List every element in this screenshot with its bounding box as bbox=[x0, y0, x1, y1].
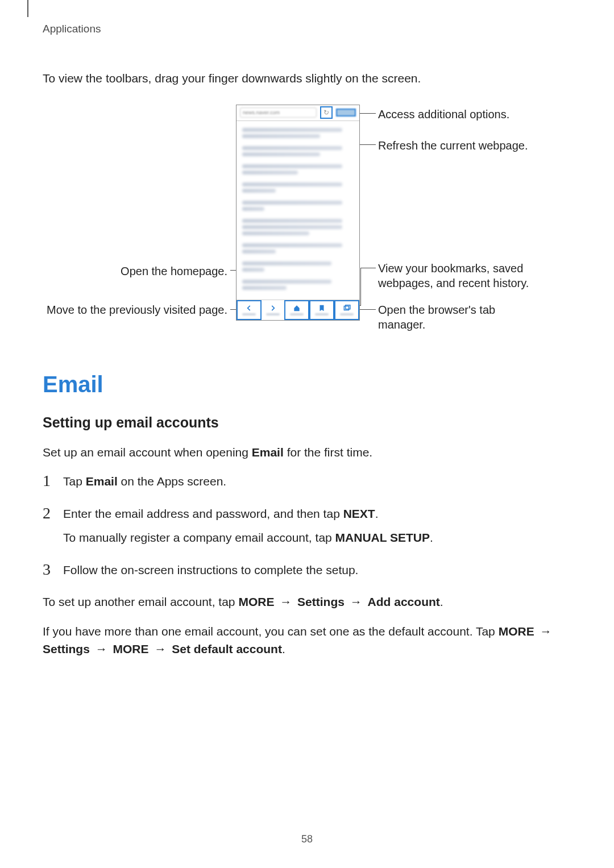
refresh-highlight-box: ↻ bbox=[320, 106, 333, 119]
callout-access-options: Access additional options. bbox=[378, 107, 509, 122]
url-bar: news.naver.com bbox=[240, 107, 317, 118]
section-header: Applications bbox=[43, 23, 571, 35]
setup-intro-paragraph: Set up an email account when opening Ema… bbox=[43, 443, 571, 462]
bookmark-icon bbox=[318, 304, 326, 312]
callout-tab-manager: Open the browser's tab manager. bbox=[378, 302, 537, 332]
step-body: Follow the on-screen instructions to com… bbox=[63, 561, 358, 580]
callout-refresh: Refresh the current webpage. bbox=[378, 138, 528, 153]
callout-line bbox=[361, 268, 376, 268]
arrow-icon: → bbox=[350, 593, 362, 611]
browser-bookmarks-button-highlight bbox=[309, 300, 334, 320]
chevron-left-icon bbox=[245, 304, 253, 312]
page-number: 58 bbox=[0, 833, 614, 845]
arrow-icon: → bbox=[96, 640, 107, 658]
default-account-paragraph: If you have more than one email account,… bbox=[43, 622, 571, 658]
another-account-paragraph: To set up another email account, tap MOR… bbox=[43, 593, 571, 611]
page-body-placeholder bbox=[237, 121, 359, 297]
browser-bottom-bar bbox=[237, 300, 359, 320]
phone-screenshot: news.naver.com ↻ bbox=[236, 105, 360, 321]
arrow-icon: → bbox=[280, 593, 292, 611]
corner-decoration bbox=[27, 0, 28, 17]
callout-line bbox=[359, 113, 376, 114]
refresh-icon: ↻ bbox=[323, 109, 329, 117]
browser-diagram: Open the homepage. Move to the previousl… bbox=[43, 105, 571, 349]
chevron-right-icon bbox=[269, 304, 277, 312]
step-number: 3 bbox=[43, 561, 63, 580]
step-3: 3 Follow the on-screen instructions to c… bbox=[43, 561, 571, 580]
browser-home-button-highlight bbox=[284, 300, 309, 320]
subsection-title: Setting up email accounts bbox=[43, 414, 571, 431]
browser-tabs-button-highlight bbox=[334, 300, 359, 320]
callout-open-homepage: Open the homepage. bbox=[43, 264, 227, 279]
intro-paragraph: To view the toolbars, drag your finger d… bbox=[43, 69, 571, 88]
browser-forward-button bbox=[262, 300, 284, 320]
tabs-icon bbox=[343, 304, 351, 312]
step-number: 2 bbox=[43, 505, 63, 547]
callout-line bbox=[360, 268, 361, 305]
browser-top-bar: news.naver.com ↻ bbox=[237, 105, 359, 121]
callout-bookmarks: View your bookmarks, saved webpages, and… bbox=[378, 261, 560, 290]
arrow-icon: → bbox=[154, 640, 166, 658]
browser-back-button-highlight bbox=[237, 300, 262, 320]
step-number: 1 bbox=[43, 472, 63, 491]
arrow-icon: → bbox=[540, 622, 551, 641]
step-body: Tap Email on the Apps screen. bbox=[63, 472, 226, 491]
section-title-email: Email bbox=[43, 372, 571, 397]
step-2: 2 Enter the email address and password, … bbox=[43, 505, 571, 547]
step-1: 1 Tap Email on the Apps screen. bbox=[43, 472, 571, 491]
step-body: Enter the email address and password, an… bbox=[63, 505, 433, 547]
more-highlight-box bbox=[336, 109, 356, 117]
home-icon bbox=[293, 304, 301, 312]
callout-move-previous: Move to the previously visited page. bbox=[43, 302, 227, 317]
